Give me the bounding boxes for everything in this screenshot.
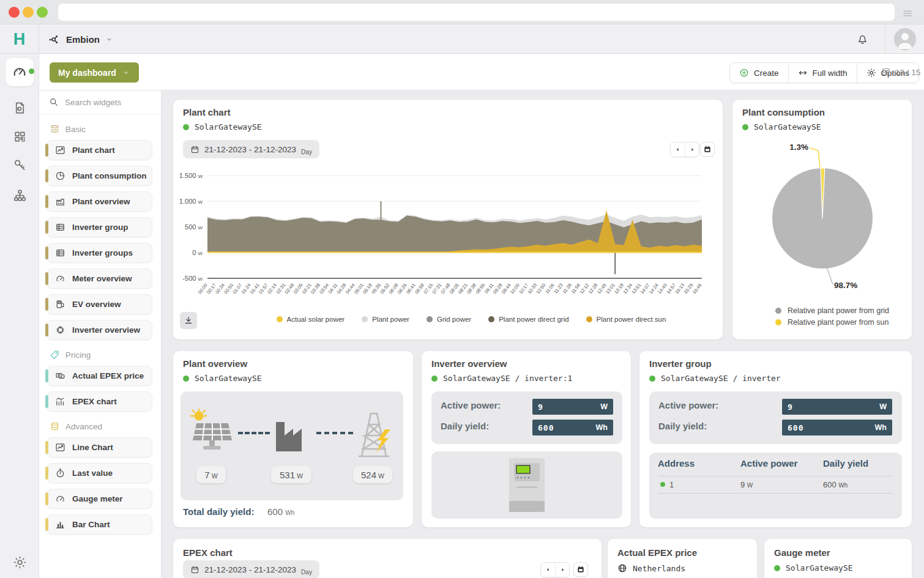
next-period-button[interactable] <box>555 563 569 577</box>
widget-gauge-meter[interactable]: Gauge meter SolarGatewaySE <box>764 539 912 578</box>
nav-devices-qr-icon[interactable] <box>0 130 39 144</box>
widget-plant-overview[interactable]: Plant overview SolarGatewaySE <box>173 351 413 527</box>
sidebar-widget-meter-overview[interactable]: Meter overview <box>47 269 152 289</box>
group-table-panel: Address Active power Daily yield 1 9 W 6… <box>649 453 902 519</box>
sidebar-widget-bar-chart[interactable]: Bar Chart <box>47 514 152 535</box>
device-name: SolarGatewaySE <box>786 563 853 572</box>
widget-inverter-group[interactable]: Inverter group SolarGatewaySE / inverter… <box>639 351 912 527</box>
date-range: 21-12-2023 - 21-12-2023 <box>204 145 296 154</box>
app-logo[interactable]: H <box>0 24 39 54</box>
download-icon <box>184 316 193 325</box>
row-status-dot <box>660 482 665 487</box>
sidebar-widget-last-value[interactable]: Last value <box>47 463 152 483</box>
active-indicator-dot <box>29 69 34 74</box>
sidebar-widget-line-chart[interactable]: Line Chart <box>47 437 152 458</box>
sidebar-widget-plant-chart[interactable]: Plant chart <box>47 140 152 160</box>
zoom-window-button[interactable] <box>37 7 48 18</box>
notifications-bell-icon[interactable] <box>856 32 869 45</box>
sidebar-widget-actual-epex-price[interactable]: Actual EPEX price <box>47 366 152 386</box>
widget-item-label: Line Chart <box>72 443 113 452</box>
legend-item-plant-power-direct-grid[interactable]: Plant power direct grid <box>488 316 568 323</box>
prev-period-button[interactable] <box>541 563 555 577</box>
svg-text:08:55: 08:55 <box>474 283 486 295</box>
org-selector[interactable]: Embion <box>48 24 113 54</box>
widget-search[interactable] <box>39 91 161 114</box>
browser-menu-icon[interactable] <box>902 8 913 19</box>
device-name: SolarGatewaySE <box>195 374 262 383</box>
sidebar-widget-epex-chart[interactable]: EPEX chart <box>47 391 152 412</box>
legend-dot <box>775 319 781 325</box>
section-label: Pricing <box>65 350 91 360</box>
legend-label: Relative plant power from sun <box>788 318 889 327</box>
user-menu[interactable] <box>885 24 924 54</box>
calendar-button[interactable] <box>573 562 588 577</box>
legend-dot <box>427 316 433 322</box>
widget-epex-chart[interactable]: EPEX chart 21-12-2023 - 21-12-2023 Day <box>173 539 602 578</box>
sidebar-widget-inverter-overview[interactable]: Inverter overview <box>47 320 152 340</box>
sidebar-widget-inverter-group[interactable]: Inverter group <box>47 217 152 237</box>
full-width-button[interactable]: Full width <box>788 63 857 83</box>
org-name: Embion <box>66 34 100 45</box>
svg-text:11:23: 11:23 <box>553 283 564 295</box>
date-range-picker[interactable]: 21-12-2023 - 21-12-2023 Day <box>183 140 319 158</box>
tag-icon <box>50 350 60 360</box>
sidebar-widget-inverter-groups[interactable]: Inverter groups <box>47 243 152 263</box>
close-window-button[interactable] <box>9 7 20 18</box>
svg-text:1.000 W: 1.000 W <box>179 198 203 205</box>
flow-connector <box>316 432 353 434</box>
svg-text:0 W: 0 W <box>192 249 203 256</box>
next-period-button[interactable] <box>685 143 699 157</box>
arrows-horizontal-icon <box>798 68 808 78</box>
nav-rail <box>0 54 39 578</box>
dashboard-selector-label: My dashboard <box>58 68 116 78</box>
sidebar-section-advanced: AdvancedLine ChartLast valueGauge meterB… <box>39 421 161 535</box>
widget-title: Plant chart <box>183 107 231 117</box>
col-address: Address <box>658 458 695 469</box>
status-dot <box>774 565 780 571</box>
gear-icon <box>866 68 876 78</box>
total-yield-label: Total daily yield: <box>183 506 254 517</box>
calendar-icon <box>703 145 712 154</box>
legend-item-plant-power[interactable]: Plant power <box>362 316 409 323</box>
date-mode: Day <box>301 149 312 155</box>
dashboard-icon <box>12 64 28 80</box>
widget-item-label: Gauge meter <box>72 494 123 503</box>
widget-item-label: Plant overview <box>72 197 130 206</box>
widget-plant-chart[interactable]: Plant chart SolarGatewaySE 21-12-2023 - … <box>173 100 723 339</box>
download-button[interactable] <box>180 312 197 329</box>
daily-yield-value: 600Wh <box>532 420 613 435</box>
address-bar[interactable] <box>58 4 895 21</box>
widget-inverter-overview[interactable]: Inverter overview SolarGatewaySE / inver… <box>422 351 631 527</box>
cell-daily-yield: 600 Wh <box>823 480 848 489</box>
date-range-picker[interactable]: 21-12-2023 - 21-12-2023 Day <box>183 560 319 578</box>
widget-item-label: Plant chart <box>72 146 115 155</box>
device-row: SolarGatewaySE <box>774 563 853 572</box>
prev-period-button[interactable] <box>671 143 685 157</box>
dashboard-selector-button[interactable]: My dashboard <box>50 62 139 83</box>
sidebar-section-basic: BasicPlant chartPlant consumptionPlant o… <box>39 124 161 340</box>
legend-item-plant-power-direct-sun[interactable]: Plant power direct sun <box>586 316 666 323</box>
legend-item-grid-power[interactable]: Grid power <box>427 316 471 323</box>
nav-settings-gear-icon[interactable] <box>0 555 39 569</box>
sidebar-widget-ev-overview[interactable]: EV overview <box>47 294 152 314</box>
nav-billing-invoice-icon[interactable] <box>0 101 39 115</box>
create-button[interactable]: Create <box>730 63 788 83</box>
factory-icon <box>272 413 311 454</box>
inverter-image-panel <box>431 451 622 519</box>
triangle-left-icon <box>544 566 552 574</box>
nav-hierarchy-icon[interactable] <box>0 188 39 202</box>
gauge-icon <box>55 494 65 504</box>
sidebar-widget-plant-overview[interactable]: Plant overview <box>47 191 152 212</box>
widget-actual-epex-price[interactable]: Actual EPEX price Netherlands <box>608 539 757 578</box>
inverter-values-panel: Active power: 9W Daily yield: 600Wh <box>431 391 622 444</box>
search-input[interactable] <box>65 98 151 107</box>
widget-plant-consumption[interactable]: Plant consumption SolarGatewaySE 1.3% 98… <box>732 100 912 339</box>
sidebar-widget-plant-consumption[interactable]: Plant consumption <box>47 166 152 186</box>
legend-item-actual-solar-power[interactable]: Actual solar power <box>277 316 345 323</box>
sidebar-widget-gauge-meter[interactable]: Gauge meter <box>47 489 152 509</box>
dashboard-canvas: Plant chart SolarGatewaySE 21-12-2023 - … <box>162 91 924 578</box>
calendar-button[interactable] <box>700 142 715 157</box>
layers-icon <box>50 124 60 135</box>
nav-access-key-icon[interactable] <box>0 158 39 172</box>
minimize-window-button[interactable] <box>23 7 34 18</box>
